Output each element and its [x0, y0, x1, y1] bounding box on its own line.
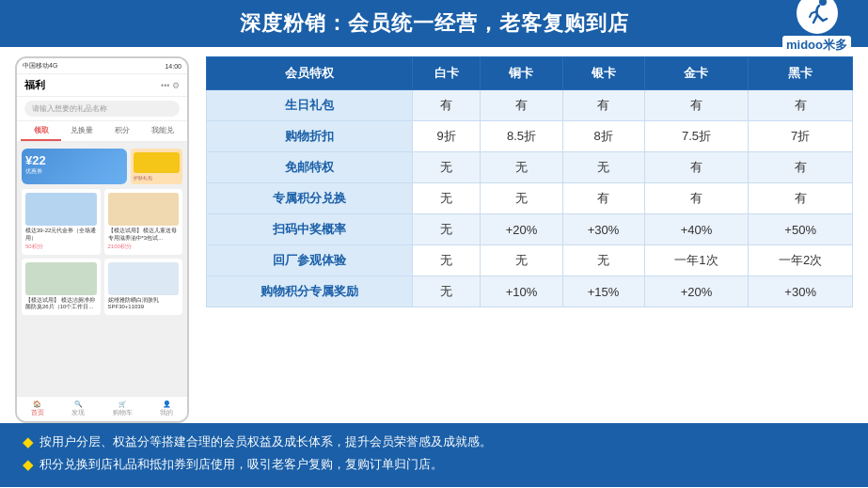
- table-cell-value: +30%: [562, 214, 644, 245]
- table-cell-value: +10%: [481, 276, 562, 307]
- phone-nav-title: 福利: [24, 78, 45, 92]
- page-footer: ◆ 按用户分层、权益分等搭建合理的会员权益及成长体系，提升会员荣誉感及成就感。 …: [0, 423, 868, 487]
- product-name-1: 模达39-22元代金券（全场通用）: [25, 228, 97, 243]
- phone-tab-exchange[interactable]: 兑换量: [61, 121, 102, 141]
- table-cell-value: 7折: [749, 121, 853, 152]
- table-cell-value: 有: [562, 90, 644, 121]
- table-cell-value: +20%: [644, 276, 749, 307]
- table-cell-value: 无: [412, 152, 481, 183]
- phone-bottom-cart[interactable]: 🛒购物车: [113, 401, 133, 417]
- table-cell-value: 无: [412, 183, 481, 214]
- product-points-2: 2100积分: [108, 243, 180, 251]
- col-header-privilege: 会员特权: [207, 57, 413, 90]
- table-cell-value: 8.5折: [481, 121, 562, 152]
- table-cell-value: +50%: [749, 214, 853, 245]
- midoo-logo-icon: [797, 0, 838, 34]
- table-cell-value: 有: [644, 90, 749, 121]
- table-cell-value: 有: [749, 90, 853, 121]
- table-cell-privilege: 免邮特权: [207, 152, 413, 183]
- product-name-2: 【模达试用】 模达儿童送母专用滋养油中*3包试...: [108, 228, 180, 243]
- phone-bottom-profile[interactable]: 👤我的: [160, 401, 173, 417]
- main-content: 中国移动4G 14:00 福利 ••• ⚙ 请输入想要的礼品名称 领取 兑换量 …: [0, 47, 868, 423]
- coupon-product-label: 护肤礼包: [134, 175, 180, 181]
- table-cell-value: 有: [644, 183, 749, 214]
- phone-body: ¥22 优惠券 护肤礼包 模达39-22元代金券（全场通用） 50积分 【模达试…: [17, 143, 187, 417]
- product-img-2: [108, 193, 180, 226]
- footer-item-2: ◆ 积分兑换到店礼品和抵扣券到店使用，吸引老客户复购，复购订单归门店。: [23, 453, 845, 476]
- table-cell-value: 有: [562, 183, 644, 214]
- col-header-black: 黑卡: [749, 57, 853, 90]
- product-img-3: [25, 262, 97, 295]
- table-row: 购物积分专属奖励无+10%+15%+20%+30%: [207, 276, 853, 307]
- product-name-3: 【模达试用】 模达洁厕净抑菌防臭26片（10个工作日...: [25, 297, 97, 312]
- col-header-silver: 银卡: [562, 57, 644, 90]
- table-cell-value: 无: [481, 152, 562, 183]
- table-cell-privilege: 专属积分兑换: [207, 183, 413, 214]
- logo-text: midoo米多: [782, 36, 851, 55]
- table-cell-value: 无: [412, 214, 481, 245]
- coupon-amount: ¥22: [25, 153, 123, 167]
- page-title: 深度粉销：会员统一经营，老客复购到店: [240, 11, 629, 35]
- table-cell-value: +30%: [749, 276, 853, 307]
- coupon-row: ¥22 优惠券 护肤礼包: [22, 149, 182, 184]
- table-row: 生日礼包有有有有有: [207, 90, 853, 121]
- membership-table: 会员特权 白卡 铜卡 银卡 金卡 黑卡 生日礼包有有有有有购物折扣9折8.5折8…: [206, 56, 853, 307]
- table-cell-value: 有: [644, 152, 749, 183]
- table-cell-value: 一年1次: [644, 245, 749, 276]
- table-cell-value: 8折: [562, 121, 644, 152]
- table-cell-value: 有: [749, 152, 853, 183]
- table-cell-value: 无: [412, 276, 481, 307]
- table-cell-value: +15%: [562, 276, 644, 307]
- phone-search-placeholder[interactable]: 请输入想要的礼品名称: [24, 101, 180, 117]
- phone-tabs: 领取 兑换量 积分 我能兑: [17, 121, 187, 143]
- product-card-1: 模达39-22元代金券（全场通用） 50积分: [22, 189, 101, 255]
- phone-bottom-discover[interactable]: 🔍发现: [71, 401, 85, 417]
- product-row-1: 模达39-22元代金券（全场通用） 50积分 【模达试用】 模达儿童送母专用滋养…: [22, 189, 182, 255]
- table-header-row: 会员特权 白卡 铜卡 银卡 金卡 黑卡: [207, 57, 853, 90]
- table-row: 专属积分兑换无无有有有: [207, 183, 853, 214]
- phone-carrier: 中国移动4G: [23, 61, 57, 71]
- phone-tab-points[interactable]: 积分: [103, 121, 143, 141]
- coupon-label: 优惠券: [25, 167, 123, 176]
- table-cell-value: 无: [412, 245, 481, 276]
- product-name-4: 妮维雅防晒白润肤乳 SPF30+11039: [108, 297, 180, 312]
- product-row-2: 【模达试用】 模达洁厕净抑菌防臭26片（10个工作日... 妮维雅防晒白润肤乳 …: [22, 259, 182, 316]
- table-cell-value: +20%: [481, 214, 562, 245]
- footer-bullet-1: ◆: [23, 431, 34, 453]
- phone-bottom-home[interactable]: 🏠首页: [31, 401, 44, 417]
- product-card-3: 【模达试用】 模达洁厕净抑菌防臭26片（10个工作日...: [22, 259, 101, 316]
- phone-tab-coupon[interactable]: 领取: [21, 121, 61, 141]
- phone-tab-available[interactable]: 我能兑: [143, 121, 183, 141]
- table-cell-privilege: 购物折扣: [207, 121, 413, 152]
- product-points-1: 50积分: [25, 243, 97, 251]
- table-row: 免邮特权无无无有有: [207, 152, 853, 183]
- table-cell-value: 无: [481, 183, 562, 214]
- table-row: 扫码中奖概率无+20%+30%+40%+50%: [207, 214, 853, 245]
- coupon-product-img: [134, 152, 180, 173]
- table-cell-privilege: 扫码中奖概率: [207, 214, 413, 245]
- table-cell-value: 无: [562, 245, 644, 276]
- table-cell-value: 有: [749, 183, 853, 214]
- product-img-1: [25, 193, 97, 226]
- coupon-card-small: 护肤礼包: [131, 149, 182, 184]
- footer-text-1: 按用户分层、权益分等搭建合理的会员权益及成长体系，提升会员荣誉感及成就感。: [39, 431, 492, 452]
- table-cell-value: 一年2次: [749, 245, 853, 276]
- table-row: 购物折扣9折8.5折8折7.5折7折: [207, 121, 853, 152]
- product-card-2: 【模达试用】 模达儿童送母专用滋养油中*3包试... 2100积分: [104, 189, 183, 255]
- col-header-bronze: 铜卡: [481, 57, 562, 90]
- col-header-gold: 金卡: [644, 57, 749, 90]
- table-cell-value: +40%: [644, 214, 749, 245]
- coupon-card-main: ¥22 优惠券: [22, 149, 127, 184]
- table-cell-privilege: 购物积分专属奖励: [207, 276, 413, 307]
- footer-text-2: 积分兑换到店礼品和抵扣券到店使用，吸引老客户复购，复购订单归门店。: [39, 453, 443, 475]
- product-img-4: [108, 262, 180, 295]
- table-cell-privilege: 生日礼包: [207, 90, 413, 121]
- table-cell-value: 有: [481, 90, 562, 121]
- phone-nav-bar: 福利 ••• ⚙: [17, 74, 187, 97]
- table-cell-value: 无: [562, 152, 644, 183]
- footer-item-1: ◆ 按用户分层、权益分等搭建合理的会员权益及成长体系，提升会员荣誉感及成就感。: [23, 431, 845, 453]
- phone-mockup: 中国移动4G 14:00 福利 ••• ⚙ 请输入想要的礼品名称 领取 兑换量 …: [15, 56, 189, 423]
- phone-nav-icons: ••• ⚙: [161, 81, 180, 90]
- membership-table-area: 会员特权 白卡 铜卡 银卡 金卡 黑卡 生日礼包有有有有有购物折扣9折8.5折8…: [206, 56, 853, 423]
- col-header-white: 白卡: [412, 57, 481, 90]
